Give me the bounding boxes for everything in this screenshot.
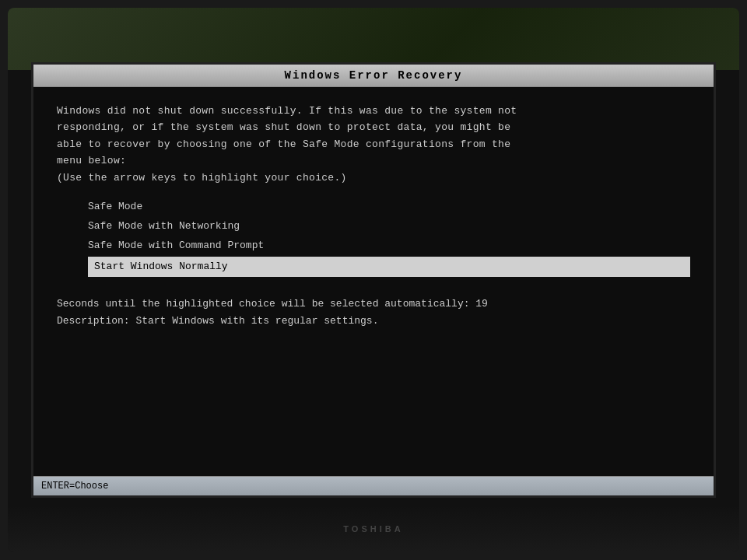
status-block: Seconds until the highlighted choice wil…	[57, 296, 690, 329]
laptop-top-decoration	[8, 8, 739, 70]
screen: Windows Error Recovery Windows did not s…	[31, 62, 716, 498]
screen-content: Windows did not shut down successfully. …	[33, 87, 714, 476]
desc-line-5: (Use the arrow keys to highlight your ch…	[57, 170, 690, 186]
title-bar: Windows Error Recovery	[33, 65, 714, 87]
bottom-bar: ENTER=Choose	[33, 476, 714, 495]
desc-line-4: menu below:	[57, 152, 690, 169]
laptop-bottom-bezel: TOSHIBA	[8, 506, 739, 552]
boot-menu: Safe Mode Safe Mode with Networking Safe…	[88, 198, 690, 277]
desc-line-3: able to recover by choosing one of the S…	[57, 136, 690, 152]
toshiba-brand: TOSHIBA	[343, 524, 403, 534]
menu-item-safe-mode-networking[interactable]: Safe Mode with Networking	[88, 218, 690, 236]
menu-item-safe-mode[interactable]: Safe Mode	[88, 198, 690, 216]
countdown-text: Seconds until the highlighted choice wil…	[57, 296, 690, 312]
menu-item-start-windows-normally[interactable]: Start Windows Normally	[88, 257, 690, 278]
description-text: Description: Start Windows with its regu…	[57, 313, 690, 329]
menu-item-safe-mode-command-prompt[interactable]: Safe Mode with Command Prompt	[88, 237, 690, 255]
enter-choose-label: ENTER=Choose	[41, 481, 108, 492]
desc-line-1: Windows did not shut down successfully. …	[57, 103, 690, 119]
description-block: Windows did not shut down successfully. …	[57, 103, 690, 186]
title-text: Windows Error Recovery	[285, 69, 463, 82]
desc-line-2: responding, or if the system was shut do…	[57, 119, 690, 135]
laptop-outer: Windows Error Recovery Windows did not s…	[8, 8, 739, 552]
